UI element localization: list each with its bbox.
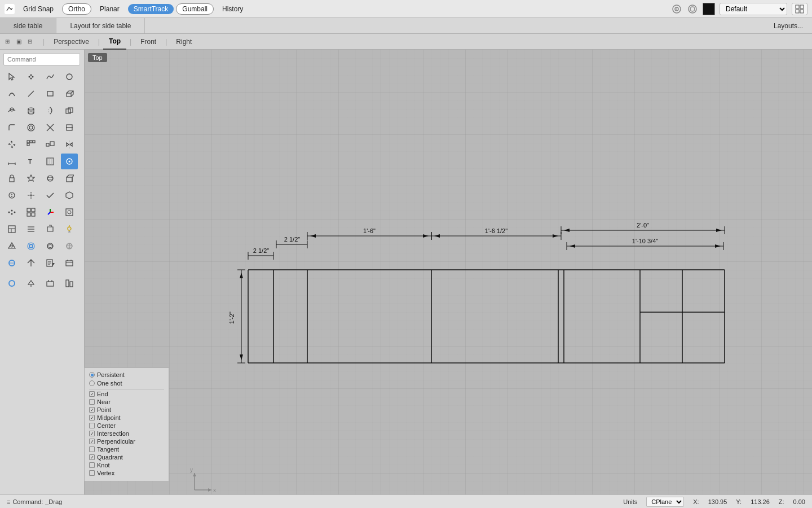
main-toolbar: Grid Snap Ortho Planar SmartTrack Gumbal… xyxy=(0,0,812,18)
svg-rect-9 xyxy=(800,10,804,13)
knot-check[interactable]: Knot xyxy=(89,462,164,468)
tool-notes[interactable] xyxy=(42,255,59,271)
camera-icon[interactable] xyxy=(671,3,682,15)
tool-scale[interactable] xyxy=(42,137,59,152)
target-icon[interactable] xyxy=(687,3,698,15)
perpendicular-check[interactable]: ✓ Perpendicular xyxy=(89,438,164,445)
tool-array[interactable] xyxy=(23,137,39,152)
tool-layout2[interactable] xyxy=(23,255,39,271)
layout-tab[interactable]: Layout for side table xyxy=(56,18,145,33)
tool-analyze[interactable] xyxy=(3,187,20,203)
smart-track-btn[interactable]: SmartTrack xyxy=(128,4,174,14)
tool-line[interactable] xyxy=(23,86,39,102)
tool-unroll[interactable] xyxy=(42,221,59,237)
svg-rect-73 xyxy=(32,213,35,216)
history-btn[interactable]: History xyxy=(216,3,249,15)
persistent-radio[interactable]: Persistent xyxy=(89,371,164,378)
viewport-grid-icon[interactable]: ⊞ xyxy=(2,37,12,47)
tool-mirror[interactable] xyxy=(61,137,78,152)
tool-move[interactable] xyxy=(3,137,20,152)
tool-gumball-tool[interactable] xyxy=(42,204,59,220)
planar-btn[interactable]: Planar xyxy=(94,3,126,15)
viewport-single-icon[interactable]: ▣ xyxy=(14,37,24,47)
tool-boolean[interactable] xyxy=(61,103,78,119)
tool-text[interactable]: T xyxy=(23,154,39,169)
tool-group[interactable] xyxy=(23,204,39,220)
tool-bottom4[interactable] xyxy=(61,275,78,291)
tool-worksession3[interactable] xyxy=(61,255,78,271)
quadrant-check[interactable]: ✓ Quadrant xyxy=(89,454,164,461)
viewport-icons: ⊞ ▣ ⊟ xyxy=(2,37,35,47)
tool-hatch[interactable] xyxy=(42,154,59,169)
command-input[interactable] xyxy=(3,53,80,65)
layer-select[interactable]: Default xyxy=(720,3,787,15)
units-label[interactable]: Units xyxy=(623,498,637,505)
vp-tab-top[interactable]: Top xyxy=(103,34,126,50)
tool-select[interactable] xyxy=(3,69,20,85)
tool-curve[interactable] xyxy=(42,69,59,85)
tool-extrude[interactable] xyxy=(61,86,78,102)
tool-loft[interactable] xyxy=(23,103,39,119)
app-icon[interactable] xyxy=(5,4,15,14)
tool-dimension[interactable] xyxy=(3,154,20,169)
drawing-area[interactable]: 2 1/2" 1'-6" 1'-6 1/2" 2'-0" 2 1/2" xyxy=(85,50,812,494)
vp-tab-perspective[interactable]: Perspective xyxy=(48,34,95,50)
tangent-check[interactable]: Tangent xyxy=(89,446,164,453)
tool-revolve[interactable] xyxy=(42,103,59,119)
tool-material[interactable] xyxy=(42,238,59,254)
center-check[interactable]: Center xyxy=(89,422,164,429)
tool-worksession2[interactable] xyxy=(3,221,20,237)
tool-trim[interactable] xyxy=(42,120,59,135)
tool-bottom1[interactable] xyxy=(3,275,20,291)
tool-osnap[interactable] xyxy=(61,154,78,169)
midpoint-check[interactable]: ✓ Midpoint xyxy=(89,414,164,421)
tool-arc[interactable] xyxy=(3,86,20,102)
tool-visible[interactable] xyxy=(23,238,39,254)
tool-gradient[interactable] xyxy=(3,255,20,271)
tool-split[interactable] xyxy=(61,120,78,135)
tool-render-btn[interactable] xyxy=(61,204,78,220)
vp-tab-right[interactable]: Right xyxy=(170,34,197,50)
grid-snap-btn[interactable]: Grid Snap xyxy=(17,3,60,15)
tool-worksession[interactable] xyxy=(61,187,78,203)
tool-circle[interactable] xyxy=(61,69,78,85)
gumball-btn[interactable]: Gumball xyxy=(176,3,214,15)
tool-bottom3[interactable] xyxy=(42,275,59,291)
tool-rect[interactable] xyxy=(42,86,59,102)
near-check[interactable]: Near xyxy=(89,398,164,405)
color-swatch[interactable] xyxy=(703,3,715,15)
tool-sphere[interactable] xyxy=(42,170,59,186)
tool-points[interactable] xyxy=(23,69,39,85)
tool-light[interactable] xyxy=(61,221,78,237)
model-tab[interactable]: side table xyxy=(0,18,56,33)
viewport-canvas[interactable]: Top xyxy=(85,50,812,494)
cplane-select[interactable]: CPlane xyxy=(646,497,684,507)
ortho-btn[interactable]: Ortho xyxy=(62,3,91,15)
end-check[interactable]: ✓ End xyxy=(89,391,164,397)
tool-bottom2[interactable] xyxy=(23,275,39,291)
vp-tab-front[interactable]: Front xyxy=(135,34,162,50)
tool-lock[interactable] xyxy=(3,170,20,186)
intersection-check[interactable]: ✓ Intersection xyxy=(89,430,164,437)
tool-box[interactable] xyxy=(61,170,78,186)
intersection-label: Intersection xyxy=(97,430,129,437)
tool-fillet[interactable] xyxy=(3,120,20,135)
tool-environment[interactable] xyxy=(61,238,78,254)
tool-mesh[interactable] xyxy=(23,187,39,203)
tool-osnap2[interactable] xyxy=(3,238,20,254)
layouts-button[interactable]: Layouts... xyxy=(765,18,812,33)
svg-point-54 xyxy=(47,177,53,179)
tool-offset[interactable] xyxy=(23,120,39,135)
oneshot-radio[interactable]: One shot xyxy=(89,380,164,387)
tool-star[interactable] xyxy=(23,170,39,186)
vertex-check[interactable]: Vertex xyxy=(89,470,164,476)
tool-sweep[interactable] xyxy=(3,103,20,119)
svg-marker-52 xyxy=(28,175,34,181)
point-check[interactable]: ✓ Point xyxy=(89,406,164,413)
svg-rect-35 xyxy=(33,141,35,143)
viewport-split-icon[interactable]: ⊟ xyxy=(25,37,35,47)
tool-check[interactable] xyxy=(42,187,59,203)
tool-points3[interactable] xyxy=(3,204,20,220)
layout-toggle-btn[interactable] xyxy=(792,3,807,15)
tool-cage[interactable] xyxy=(23,221,39,237)
